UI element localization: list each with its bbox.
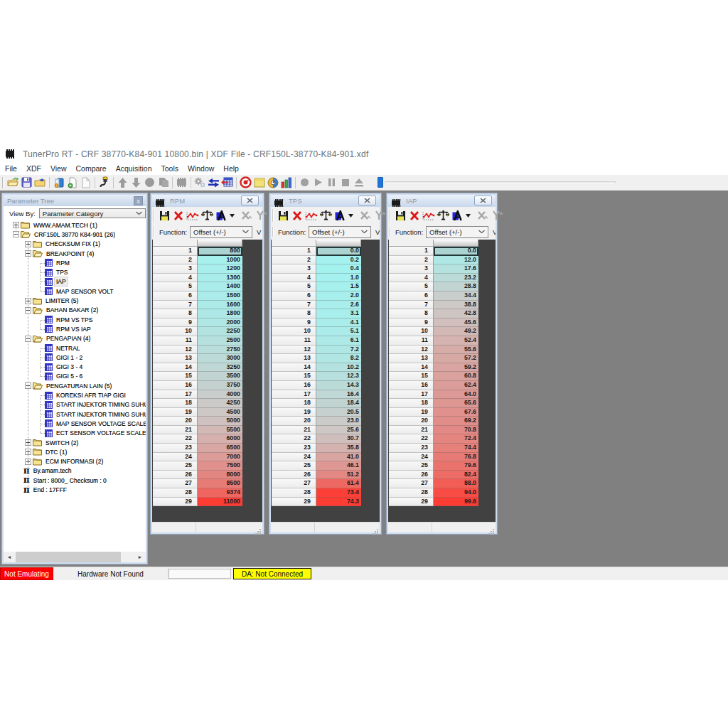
row-number-cell[interactable]: 9 — [389, 318, 434, 328]
value-cell[interactable]: 25.6 — [316, 426, 361, 435]
value-cell[interactable]: 16.4 — [316, 390, 361, 400]
tree-item-start-injektor-timing-suhu[interactable]: START INJEKTOR TIMING SUHU — [45, 410, 146, 419]
tree-item-koreksi-afr-tiap-gigi[interactable]: KOREKSI AFR TIAP GIGI — [45, 390, 127, 400]
tree-item-gigi-3-4[interactable]: GIGI 3 - 4 — [45, 363, 84, 372]
row-number-cell[interactable]: 4 — [153, 274, 198, 283]
value-cell[interactable]: 42.8 — [434, 309, 478, 318]
value-cell[interactable]: 7.2 — [316, 346, 361, 355]
row-number-cell[interactable]: 23 — [153, 444, 198, 453]
value-cell[interactable]: 12.3 — [316, 372, 361, 381]
value-cell[interactable]: 23.0 — [316, 417, 361, 426]
row-number-cell[interactable]: 24 — [389, 453, 434, 462]
floppy-save-icon[interactable] — [20, 176, 33, 190]
parameter-tree-close-button[interactable]: x — [134, 196, 143, 205]
value-cell[interactable]: 18.4 — [316, 399, 361, 408]
row-number-cell[interactable]: 26 — [272, 471, 316, 480]
row-number-cell[interactable]: 16 — [389, 381, 434, 390]
value-cell[interactable]: 3.1 — [316, 309, 361, 318]
value-cell[interactable]: 82.4 — [434, 471, 478, 480]
row-number-cell[interactable]: 15 — [153, 372, 198, 381]
tree-item-gigi-5-6[interactable]: GIGI 5 - 6 — [45, 372, 84, 381]
value-cell[interactable]: 88.0 — [434, 479, 478, 488]
slider-handle[interactable] — [378, 177, 383, 188]
value-cell[interactable]: 7500 — [198, 461, 242, 471]
row-number-cell[interactable]: 25 — [272, 461, 316, 471]
value-cell[interactable]: 45.6 — [434, 318, 478, 328]
tree-horizontal-scrollbar[interactable]: ◄ ► — [4, 552, 146, 562]
scales-icon[interactable] — [200, 208, 214, 223]
value-cell[interactable]: 51.2 — [316, 471, 361, 480]
value-cell[interactable]: 0.2 — [316, 256, 361, 265]
value-cell[interactable]: 35.8 — [316, 444, 361, 453]
dropdown-caret-icon-icon[interactable] — [347, 208, 355, 223]
scales-icon[interactable] — [436, 208, 450, 223]
row-number-cell[interactable]: 1 — [153, 247, 198, 256]
value-cell[interactable]: 94.0 — [434, 488, 478, 498]
row-number-cell[interactable]: 28 — [389, 488, 434, 498]
value-cell[interactable]: 2000 — [198, 318, 242, 328]
row-number-cell[interactable]: 9 — [153, 318, 198, 328]
folder-up-icon[interactable] — [33, 176, 47, 190]
row-number-cell[interactable]: 15 — [272, 372, 316, 381]
value-cell[interactable]: 5000 — [198, 417, 242, 426]
row-number-cell[interactable]: 8 — [389, 309, 434, 318]
tree-item-pengapian-4[interactable]: PENGAPIAN (4) — [33, 334, 92, 343]
row-number-cell[interactable]: 18 — [272, 399, 316, 408]
value-cell[interactable]: 6000 — [198, 434, 242, 444]
row-number-cell[interactable]: 13 — [153, 354, 198, 363]
row-number-cell[interactable]: 18 — [389, 399, 434, 408]
row-number-cell[interactable]: 6 — [389, 291, 434, 301]
value-cell[interactable]: 38.8 — [434, 301, 478, 310]
tree-item-start-8000-checksum-0[interactable]: πStart : 8000_ Checksum : 0 — [23, 476, 108, 485]
row-number-cell[interactable]: 12 — [153, 346, 198, 355]
row-number-cell[interactable]: 5 — [272, 282, 316, 291]
save-icon[interactable] — [157, 208, 171, 223]
tree-item-map-sensor-voltage-scale[interactable]: MAP SENSOR VOLTAGE SCALE — [45, 419, 146, 428]
dropdown-caret-icon-icon[interactable] — [228, 208, 236, 223]
value-cell[interactable]: 6.1 — [316, 336, 361, 346]
row-number-cell[interactable]: 18 — [153, 399, 198, 408]
value-cell[interactable]: 64.0 — [434, 390, 478, 400]
window-close-button[interactable] — [241, 196, 259, 205]
delete-icon[interactable] — [171, 208, 186, 223]
value-cell[interactable]: 11000 — [198, 498, 242, 507]
edit-labels-icon[interactable] — [450, 208, 464, 223]
value-cell[interactable]: 52.4 — [434, 336, 478, 346]
menu-tools[interactable]: Tools — [156, 164, 183, 173]
value-cell[interactable]: 69.2 — [434, 417, 478, 426]
tree-item-map-sensor-volt[interactable]: MAP SENSOR VOLT — [45, 287, 114, 296]
tree-item-breakpoint-4[interactable]: BREAKPOINT (4) — [33, 249, 95, 258]
row-number-cell[interactable]: 17 — [153, 390, 198, 400]
value-cell[interactable]: 99.6 — [434, 498, 478, 507]
value-cell[interactable]: 8000 — [198, 471, 242, 480]
row-number-cell[interactable]: 10 — [272, 327, 316, 336]
row-number-cell[interactable]: 2 — [153, 256, 198, 265]
doc-refresh-icon[interactable] — [65, 176, 79, 190]
row-number-cell[interactable]: 20 — [272, 417, 316, 426]
value-cell[interactable]: 1800 — [198, 309, 242, 318]
row-number-cell[interactable]: 17 — [389, 390, 434, 400]
tree-item-dtc-1[interactable]: DTC (1) — [33, 447, 68, 456]
row-number-cell[interactable]: 29 — [389, 498, 434, 507]
tree-item-by-amam-tech[interactable]: πBy.amam.tech — [23, 466, 73, 476]
gauge-icon[interactable] — [266, 176, 279, 190]
value-cell[interactable]: 1400 — [198, 282, 242, 291]
row-number-cell[interactable]: 19 — [272, 408, 316, 417]
tree-item-www-amam-tech-1[interactable]: WWW.AMAM.TECH (1) — [21, 220, 99, 230]
value-cell[interactable]: 46.1 — [316, 461, 361, 471]
tree-item-limiter-5[interactable]: LIMITER (5) — [33, 296, 80, 305]
value-cell[interactable]: 4500 — [198, 408, 242, 417]
function-combobox[interactable]: Offset (+/-) — [309, 226, 371, 238]
row-number-cell[interactable]: 22 — [389, 434, 434, 444]
function-combobox[interactable]: Offset (+/-) — [426, 226, 488, 238]
menu-window[interactable]: Window — [183, 164, 218, 173]
menu-file[interactable]: File — [1, 164, 21, 173]
value-cell[interactable]: 12.0 — [434, 256, 478, 265]
row-number-cell[interactable]: 20 — [153, 417, 198, 426]
row-number-cell[interactable]: 1 — [272, 247, 316, 256]
row-number-cell[interactable]: 22 — [272, 434, 316, 444]
tree-item-netral[interactable]: NETRAL — [45, 343, 82, 353]
value-cell[interactable]: 62.4 — [434, 381, 478, 390]
value-cell[interactable]: 3500 — [198, 372, 242, 381]
row-number-cell[interactable]: 7 — [272, 301, 316, 310]
